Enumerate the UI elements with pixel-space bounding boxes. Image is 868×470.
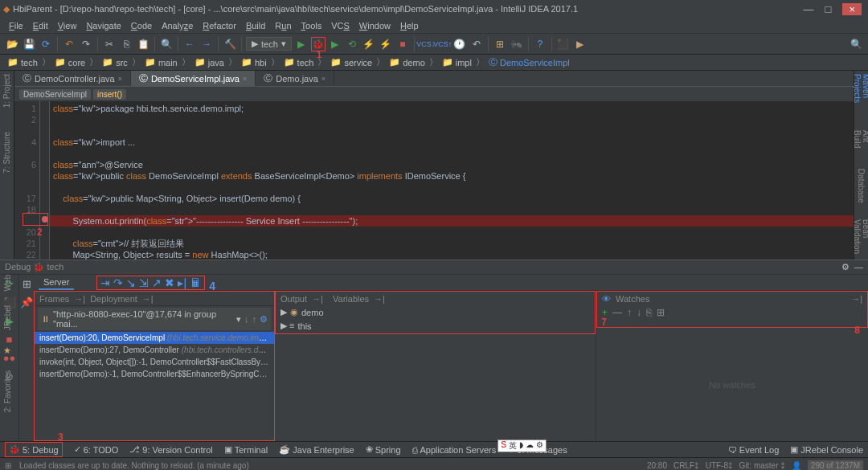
close-button[interactable]: × bbox=[842, 3, 862, 15]
variables-header[interactable]: Variables bbox=[333, 294, 369, 304]
maven-tool-button[interactable]: Maven Projects bbox=[853, 74, 869, 114]
minimize-icon[interactable]: — bbox=[854, 262, 863, 272]
down-watch-icon[interactable]: ↓ bbox=[637, 307, 641, 325]
crumb-java[interactable]: 📁 java bbox=[192, 57, 227, 67]
favorites-tool-button[interactable]: 2: Favorites bbox=[3, 370, 12, 412]
debug-tab-button[interactable]: 🐞 5: Debug3 bbox=[5, 442, 63, 457]
star-icon[interactable]: ★ bbox=[3, 345, 11, 356]
stop-icon[interactable]: ■ bbox=[395, 37, 410, 51]
step-into-icon[interactable]: ↘ bbox=[126, 276, 136, 289]
todo-tab-button[interactable]: ✓ 6: TODO bbox=[74, 444, 119, 455]
close-icon[interactable]: × bbox=[243, 75, 247, 83]
javaee-tab-button[interactable]: ☕ Java Enterprise bbox=[279, 444, 354, 455]
tab-democontroller[interactable]: Ⓒ DemoController.java× bbox=[14, 71, 131, 86]
run-to-cursor-icon[interactable]: ▸| bbox=[178, 276, 186, 289]
menu-run[interactable]: Run bbox=[271, 20, 295, 31]
thread-selector[interactable]: ⏸"http-nio-8080-exec-10"@17,674 in group… bbox=[38, 308, 271, 330]
beanvalidation-tool-button[interactable]: Bean Validation bbox=[853, 219, 869, 260]
menu-tools[interactable]: Tools bbox=[297, 20, 326, 31]
jrebel-run-icon[interactable]: ⚡ bbox=[362, 37, 376, 51]
project-tool-button[interactable]: 1: Project bbox=[2, 74, 11, 108]
code-editor[interactable]: 12 4 6 1718 2021222324252627 2 class="kw… bbox=[14, 101, 854, 260]
settings-icon[interactable]: ⚙ bbox=[841, 262, 850, 272]
crumb-core[interactable]: 📁 core bbox=[52, 57, 88, 67]
vcs-tab-button[interactable]: ⎇ 9: Version Control bbox=[129, 444, 212, 455]
force-step-into-icon[interactable]: ⇲ bbox=[139, 276, 149, 289]
crumb-tech2[interactable]: 📁 tech bbox=[281, 57, 317, 67]
jrebel-exec-icon[interactable]: ▶ bbox=[573, 37, 588, 51]
structure-icon[interactable]: ⊞ bbox=[493, 37, 507, 51]
menu-build[interactable]: Build bbox=[242, 20, 269, 31]
crumb-tech[interactable]: 📁 tech bbox=[5, 57, 40, 67]
paste-icon[interactable]: 📋 bbox=[136, 37, 150, 51]
output-header[interactable]: Output bbox=[280, 294, 307, 304]
toggle-tools-icon[interactable]: ⊞ bbox=[5, 461, 11, 470]
line-separator[interactable]: CRLF‡ bbox=[674, 461, 699, 470]
evaluate-icon[interactable]: 🖩 bbox=[190, 276, 201, 289]
menu-view[interactable]: View bbox=[54, 20, 81, 31]
ant-tool-button[interactable]: Ant Build bbox=[853, 130, 869, 153]
history-icon[interactable]: 🕐 bbox=[452, 37, 467, 51]
open-icon[interactable]: 📂 bbox=[5, 37, 19, 51]
server-tab[interactable]: Server bbox=[39, 276, 74, 290]
rerun-icon[interactable]: ⟲ bbox=[345, 37, 359, 51]
vcs-update-icon[interactable]: VCS↓ bbox=[419, 37, 433, 51]
debug-button[interactable]: 🐞1 bbox=[311, 37, 326, 51]
ant-icon[interactable]: 🐜 bbox=[510, 37, 524, 51]
frames-header[interactable]: Frames bbox=[39, 294, 69, 304]
menu-code[interactable]: Code bbox=[127, 20, 156, 31]
git-branch[interactable]: Git: master ‡ bbox=[739, 461, 785, 470]
new-class-icon[interactable]: ⊞ bbox=[657, 307, 665, 325]
save-icon[interactable]: 💾 bbox=[22, 37, 36, 51]
vcs-commit-icon[interactable]: VCS↑ bbox=[436, 37, 450, 51]
appservers-tab-button[interactable]: ⎙ Application Servers bbox=[412, 445, 497, 455]
up-watch-icon[interactable]: ↑ bbox=[627, 307, 632, 325]
step-out-icon[interactable]: ↗ bbox=[152, 276, 162, 289]
show-exec-point-icon[interactable]: ⇥ bbox=[100, 276, 110, 289]
build-icon[interactable]: 🔨 bbox=[223, 37, 237, 51]
run-config-selector[interactable]: ▶ tech ▾ bbox=[246, 37, 292, 51]
redo-icon[interactable]: ↷ bbox=[79, 37, 93, 51]
bread-class[interactable]: DemoServiceImpl bbox=[19, 89, 91, 100]
tab-demoserviceimpl[interactable]: Ⓒ DemoServiceImpl.java× bbox=[131, 71, 256, 86]
crumb-service[interactable]: 📁 service bbox=[328, 57, 375, 67]
forward-icon[interactable]: → bbox=[199, 37, 214, 51]
menu-analyze[interactable]: Analyze bbox=[158, 20, 197, 31]
eventlog-button[interactable]: 🗨 Event Log bbox=[728, 445, 780, 455]
drop-frame-icon[interactable]: ✖ bbox=[165, 276, 174, 289]
crumb-main[interactable]: 📁 main bbox=[142, 57, 180, 67]
var-this[interactable]: ▶ ≡ this bbox=[276, 319, 595, 333]
coverage-icon[interactable]: ▶ bbox=[328, 37, 342, 51]
maximize-button[interactable]: □ bbox=[825, 3, 832, 15]
structure-tool-button[interactable]: 7: Structure bbox=[2, 132, 11, 174]
menu-edit[interactable]: Edit bbox=[29, 20, 52, 31]
crumb-demo[interactable]: 📁 demo bbox=[387, 57, 428, 67]
add-watch-icon[interactable]: + bbox=[602, 307, 608, 325]
refresh-icon[interactable]: ⟳ bbox=[39, 37, 53, 51]
pin-icon[interactable]: 📌 bbox=[20, 296, 33, 309]
menu-help[interactable]: Help bbox=[396, 20, 423, 31]
web-tool-button[interactable]: Web bbox=[3, 275, 12, 291]
run-icon[interactable]: ▶ bbox=[294, 37, 309, 51]
jrebel-tool-button[interactable]: JRebel bbox=[3, 305, 12, 330]
cut-icon[interactable]: ✂ bbox=[102, 37, 117, 51]
deployment-header[interactable]: Deployment bbox=[90, 294, 137, 304]
encoding[interactable]: UTF-8‡ bbox=[706, 461, 733, 470]
inspector-icon[interactable]: 👤 bbox=[792, 461, 801, 470]
frame-list[interactable]: insert(Demo):20, DemoServiceImpl (hbi.te… bbox=[35, 332, 274, 440]
menu-window[interactable]: Window bbox=[355, 20, 395, 31]
bread-method[interactable]: insert() bbox=[93, 89, 126, 100]
crumb-src[interactable]: 📁 src bbox=[100, 57, 130, 67]
var-demo[interactable]: ▶ ◉ demo bbox=[276, 305, 595, 319]
revert-icon[interactable]: ↶ bbox=[469, 37, 484, 51]
close-icon[interactable]: × bbox=[321, 75, 326, 83]
crumb-hbi[interactable]: 📁 hbi bbox=[239, 57, 269, 67]
menu-vcs[interactable]: VCS bbox=[327, 20, 354, 31]
minimize-button[interactable]: — bbox=[804, 3, 814, 15]
jrebel-debug-icon[interactable]: ⚡ bbox=[379, 37, 393, 51]
crumb-file[interactable]: Ⓒ DemoServiceImpl bbox=[486, 56, 572, 68]
help-icon[interactable]: ? bbox=[533, 37, 547, 51]
search-everywhere-icon[interactable]: 🔍 bbox=[849, 37, 863, 51]
input-method-indicator[interactable]: S英◗☁⚙ bbox=[497, 439, 547, 452]
jrebel-icon[interactable]: ⬛ bbox=[556, 37, 571, 51]
